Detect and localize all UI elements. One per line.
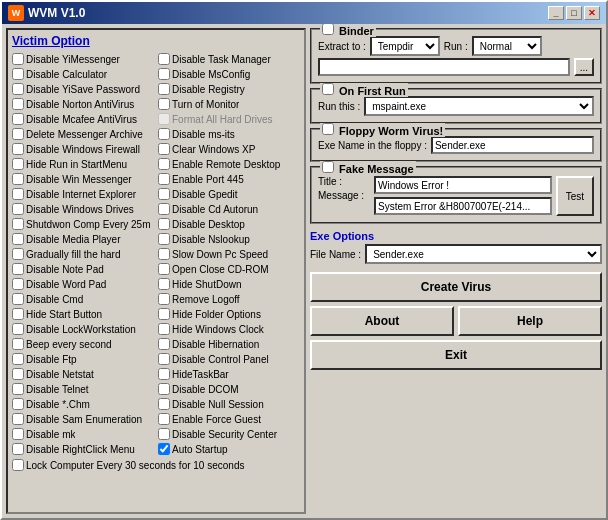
lock-computer-check[interactable] <box>12 459 24 471</box>
extract-dropdown[interactable]: Tempdir System32 Windows <box>370 36 440 56</box>
enable-force-guest-label: Enable Force Guest <box>172 414 261 425</box>
hide-taskbar-check[interactable] <box>158 368 170 380</box>
right-panel: Binder Extract to : Tempdir System32 Win… <box>310 28 602 514</box>
test-button[interactable]: Test <box>556 176 594 216</box>
exit-button[interactable]: Exit <box>310 340 602 370</box>
disable-ftp-check[interactable] <box>12 353 24 365</box>
file-name-dropdown[interactable]: Sender.exe <box>365 244 602 264</box>
disable-control-panel-check[interactable] <box>158 353 170 365</box>
minimize-button[interactable]: _ <box>548 6 564 20</box>
hide-start-check[interactable] <box>12 308 24 320</box>
disable-gpedit-check[interactable] <box>158 188 170 200</box>
disable-desktop-check[interactable] <box>158 218 170 230</box>
hide-folder-options-check[interactable] <box>158 308 170 320</box>
fake-msg-inputs <box>374 176 552 215</box>
disable-mcafee-check[interactable] <box>12 113 24 125</box>
hide-run-check[interactable] <box>12 158 24 170</box>
title-bar: W WVM V1.0 _ □ ✕ <box>2 2 606 24</box>
list-item: Disable Nslookup <box>158 232 300 246</box>
about-button[interactable]: About <box>310 306 454 336</box>
fake-message-checkbox[interactable] <box>322 161 334 173</box>
disable-ie-check[interactable] <box>12 188 24 200</box>
remove-logoff-check[interactable] <box>158 293 170 305</box>
floppy-exe-label: Exe Name in the floppy : <box>318 140 427 151</box>
clear-winxp-check[interactable] <box>158 143 170 155</box>
maximize-button[interactable]: □ <box>566 6 582 20</box>
disable-sam-check[interactable] <box>12 413 24 425</box>
disable-registry-check[interactable] <box>158 83 170 95</box>
run-this-label: Run this : <box>318 101 360 112</box>
list-item: Disable Desktop <box>158 217 300 231</box>
fake-title-input[interactable] <box>374 176 552 194</box>
list-item: Disable Cmd <box>12 292 154 306</box>
disable-telnet-check[interactable] <box>12 383 24 395</box>
shutdown-comp-check[interactable] <box>12 218 24 230</box>
disable-winmsg-check[interactable] <box>12 173 24 185</box>
extract-label: Extract to : <box>318 41 366 52</box>
disable-task-manager-check[interactable] <box>158 53 170 65</box>
enable-port445-check[interactable] <box>158 173 170 185</box>
floppy-worm-checkbox[interactable] <box>322 123 334 135</box>
disable-lockws-check[interactable] <box>12 323 24 335</box>
disable-mk-check[interactable] <box>12 428 24 440</box>
hide-shutdown-check[interactable] <box>158 278 170 290</box>
run-label: Run : <box>444 41 468 52</box>
disable-nslookup-check[interactable] <box>158 233 170 245</box>
disable-msits-check[interactable] <box>158 128 170 140</box>
disable-yimessenger-check[interactable] <box>12 53 24 65</box>
floppy-exe-input[interactable] <box>431 136 594 154</box>
fill-hard-check[interactable] <box>12 248 24 260</box>
turn-off-monitor-check[interactable] <box>158 98 170 110</box>
disable-media-player-check[interactable] <box>12 233 24 245</box>
run-this-dropdown[interactable]: mspaint.exe <box>364 96 594 116</box>
disable-hibernate-check[interactable] <box>158 338 170 350</box>
disable-rightclick-check[interactable] <box>12 443 24 455</box>
disable-nslookup-label: Disable Nslookup <box>172 234 250 245</box>
delete-messenger-check[interactable] <box>12 128 24 140</box>
disable-task-manager-label: Disable Task Manager <box>172 54 271 65</box>
list-item: Format All Hard Drives <box>158 112 300 126</box>
list-item: Open Close CD-ROM <box>158 262 300 276</box>
disable-yisave-check[interactable] <box>12 83 24 95</box>
hide-taskbar-label: HideTaskBar <box>172 369 229 380</box>
disable-security-center-check[interactable] <box>158 428 170 440</box>
disable-msconfig-check[interactable] <box>158 68 170 80</box>
enable-remote-check[interactable] <box>158 158 170 170</box>
disable-cd-autorun-check[interactable] <box>158 203 170 215</box>
fake-message-input[interactable] <box>374 197 552 215</box>
disable-chm-check[interactable] <box>12 398 24 410</box>
format-hdd-check[interactable] <box>158 113 170 125</box>
auto-startup-check[interactable] <box>158 443 170 455</box>
disable-firewall-check[interactable] <box>12 143 24 155</box>
list-item: Disable Telnet <box>12 382 154 396</box>
disable-dcom-check[interactable] <box>158 383 170 395</box>
disable-cd-autorun-label: Disable Cd Autorun <box>172 204 258 215</box>
on-first-run-checkbox[interactable] <box>322 83 334 95</box>
browse-button[interactable]: ... <box>574 58 594 76</box>
binder-checkbox[interactable] <box>322 24 334 35</box>
disable-wordpad-check[interactable] <box>12 278 24 290</box>
help-button[interactable]: Help <box>458 306 602 336</box>
disable-norton-label: Disable Norton AntiVirus <box>26 99 134 110</box>
disable-windrives-check[interactable] <box>12 203 24 215</box>
create-virus-button[interactable]: Create Virus <box>310 272 602 302</box>
disable-notepad-check[interactable] <box>12 263 24 275</box>
binder-path-input[interactable] <box>318 58 570 76</box>
hide-winclock-check[interactable] <box>158 323 170 335</box>
about-help-row: About Help <box>310 306 602 336</box>
open-close-cdrom-check[interactable] <box>158 263 170 275</box>
slow-down-pc-check[interactable] <box>158 248 170 260</box>
disable-calculator-check[interactable] <box>12 68 24 80</box>
list-item: Disable YiSave Password <box>12 82 154 96</box>
enable-force-guest-check[interactable] <box>158 413 170 425</box>
remove-logoff-label: Remove Logoff <box>172 294 240 305</box>
run-dropdown[interactable]: Normal Hidden <box>472 36 542 56</box>
disable-netstat-check[interactable] <box>12 368 24 380</box>
disable-cmd-check[interactable] <box>12 293 24 305</box>
disable-null-session-check[interactable] <box>158 398 170 410</box>
slow-down-pc-label: Slow Down Pc Speed <box>172 249 268 260</box>
exe-options-row: File Name : Sender.exe <box>310 244 602 264</box>
close-button[interactable]: ✕ <box>584 6 600 20</box>
disable-norton-check[interactable] <box>12 98 24 110</box>
beep-second-check[interactable] <box>12 338 24 350</box>
